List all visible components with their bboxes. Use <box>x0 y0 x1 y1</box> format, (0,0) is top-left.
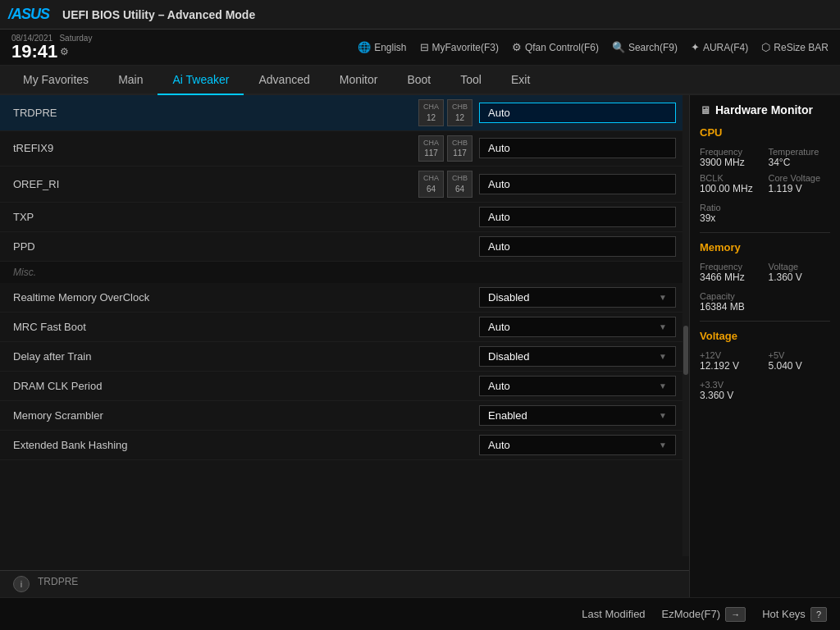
value-input-ppd[interactable]: Auto <box>479 236 676 257</box>
scrollbar-thumb[interactable] <box>683 326 688 375</box>
setting-value-trefix9[interactable]: Auto <box>479 138 676 158</box>
value-dropdown-ebh[interactable]: Auto▼ <box>479 435 676 455</box>
setting-value-dcp[interactable]: Auto▼ <box>479 376 676 396</box>
datetime: 08/14/2021 Saturday 19:41 ⚙ <box>11 34 92 61</box>
value-dropdown-dat[interactable]: Disabled▼ <box>479 346 676 367</box>
setting-value-ppd[interactable]: Auto <box>479 236 676 257</box>
last-modified-label: Last Modified <box>582 608 645 620</box>
qfan-icon: ⚙ <box>512 41 522 53</box>
setting-channels-trdpre: CHA12 CHB12 <box>418 99 472 126</box>
aura-button[interactable]: ✦ AURA(F4) <box>691 41 748 53</box>
search-label: Search(F9) <box>628 42 678 53</box>
setting-row-ppd[interactable]: PPD Auto <box>0 232 689 262</box>
setting-row-ms[interactable]: Memory Scrambler Enabled▼ <box>0 401 689 431</box>
setting-row-dcp[interactable]: DRAM CLK Period Auto▼ <box>0 372 689 401</box>
v12-label: +12V 12.192 V <box>700 350 762 372</box>
setting-value-ebh[interactable]: Auto▼ <box>479 435 676 455</box>
setting-name-dcp: DRAM CLK Period <box>13 380 479 392</box>
nav-ai-tweaker[interactable]: Ai Tweaker <box>158 66 244 95</box>
setting-value-txp[interactable]: Auto <box>479 207 676 227</box>
channel-cha-trefix9: CHA117 <box>418 135 444 162</box>
language-label: English <box>374 42 406 53</box>
aura-label: AURA(F4) <box>703 42 748 53</box>
v5-label: +5V 5.040 V <box>769 350 831 372</box>
setting-row-trefix9[interactable]: tREFIX9 CHA117 CHB117 Auto <box>0 131 689 167</box>
setting-row-txp[interactable]: TXP Auto <box>0 203 689 232</box>
setting-name-rmo: Realtime Memory OverClock <box>13 291 479 304</box>
value-dropdown-mrc[interactable]: Auto▼ <box>479 317 676 337</box>
setting-row-dat[interactable]: Delay after Train Disabled▼ <box>0 342 689 372</box>
last-modified-button[interactable]: Last Modified <box>582 608 645 620</box>
info-bar: i TRDPRE <box>0 570 689 597</box>
cpu-temp-label: Temperature 34°C <box>769 147 831 168</box>
cpu-voltage-label: Core Voltage 1.119 V <box>769 173 831 194</box>
setting-value-ms[interactable]: Enabled▼ <box>479 405 676 426</box>
memory-stats-grid: Frequency 3466 MHz Voltage 1.360 V <box>700 262 830 283</box>
ez-mode-arrow-icon: → <box>725 607 746 622</box>
setting-row-mrc[interactable]: MRC Fast Boot Auto▼ <box>0 313 689 342</box>
nav-advanced[interactable]: Advanced <box>244 66 324 95</box>
globe-icon: 🌐 <box>358 41 371 53</box>
nav-my-favorites[interactable]: My Favorites <box>8 66 103 95</box>
setting-value-dat[interactable]: Disabled▼ <box>479 346 676 367</box>
setting-value-mrc[interactable]: Auto▼ <box>479 317 676 337</box>
header-bar: 08/14/2021 Saturday 19:41 ⚙ 🌐 English ⊟ … <box>0 30 840 66</box>
aura-icon: ✦ <box>691 41 700 53</box>
bottom-bar: Last Modified EzMode(F7) → Hot Keys ? <box>0 597 840 630</box>
monitor-icon: 🖥 <box>700 104 710 116</box>
setting-row-ebh[interactable]: Extended Bank Hashing Auto▼ <box>0 431 689 460</box>
header-tools: 🌐 English ⊟ MyFavorite(F3) ⚙ Qfan Contro… <box>358 41 829 53</box>
setting-value-rmo[interactable]: Disabled▼ <box>479 287 676 308</box>
value-input-trefix9[interactable]: Auto <box>479 138 676 158</box>
resize-icon: ⬡ <box>761 41 770 53</box>
value-input-oref-ri[interactable]: Auto <box>479 174 676 194</box>
cpu-stats-grid: Frequency 3900 MHz Temperature 34°C BCLK… <box>700 147 830 194</box>
hw-section-cpu: CPU <box>700 126 830 140</box>
nav-main[interactable]: Main <box>103 66 158 95</box>
v33-item: +3.3V 3.360 V <box>700 380 830 401</box>
nav-exit[interactable]: Exit <box>496 66 545 95</box>
cpu-divider <box>700 232 830 233</box>
mem-voltage-label: Voltage 1.360 V <box>769 262 831 283</box>
setting-name-mrc: MRC Fast Boot <box>13 321 479 333</box>
main-content: TRDPRE CHA12 CHB12 Auto tREFIX9 CHA117 <box>0 95 840 597</box>
setting-row-rmo[interactable]: Realtime Memory OverClock Disabled▼ <box>0 283 689 313</box>
hw-monitor-title: 🖥 Hardware Monitor <box>700 103 830 116</box>
setting-channels-oref-ri: CHA64 CHB64 <box>418 171 472 198</box>
language-selector[interactable]: 🌐 English <box>358 41 406 53</box>
nav-tool[interactable]: Tool <box>445 66 496 95</box>
scrollbar-track[interactable] <box>682 95 689 556</box>
value-dropdown-ms[interactable]: Enabled▼ <box>479 405 676 426</box>
cpu-ratio-item: Ratio 39x <box>700 203 830 224</box>
asus-logo: /ASUS <box>8 6 49 23</box>
channel-chb-trdpre: CHB12 <box>447 99 472 126</box>
value-input-trdpre[interactable]: Auto <box>479 103 676 123</box>
channel-cha-trdpre: CHA12 <box>418 99 444 126</box>
setting-value-trdpre[interactable]: Auto <box>479 103 676 123</box>
setting-name-oref-ri: OREF_RI <box>13 178 418 190</box>
hot-keys-label: Hot Keys <box>762 608 806 620</box>
myfavorite-button[interactable]: ⊟ MyFavorite(F3) <box>420 41 499 53</box>
resize-label: ReSize BAR <box>774 42 829 53</box>
nav-boot[interactable]: Boot <box>392 66 445 95</box>
search-button[interactable]: 🔍 Search(F9) <box>612 41 678 53</box>
hot-keys-button[interactable]: Hot Keys ? <box>762 607 827 622</box>
setting-row-trdpre[interactable]: TRDPRE CHA12 CHB12 Auto <box>0 95 689 131</box>
resize-bar-button[interactable]: ⬡ ReSize BAR <box>761 41 829 53</box>
ez-mode-button[interactable]: EzMode(F7) → <box>662 607 746 622</box>
nav-monitor[interactable]: Monitor <box>325 66 393 95</box>
qfan-button[interactable]: ⚙ Qfan Control(F6) <box>512 41 599 53</box>
setting-name-ppd: PPD <box>13 240 472 253</box>
value-input-txp[interactable]: Auto <box>479 207 676 227</box>
time-display: 19:41 <box>11 43 57 61</box>
settings-gear-icon[interactable]: ⚙ <box>60 46 69 57</box>
myfavorite-label: MyFavorite(F3) <box>432 42 499 53</box>
hot-keys-icon: ? <box>810 607 827 622</box>
value-dropdown-rmo[interactable]: Disabled▼ <box>479 287 676 308</box>
setting-name-ebh: Extended Bank Hashing <box>13 439 479 451</box>
top-bar: /ASUS UEFI BIOS Utility – Advanced Mode <box>0 0 840 30</box>
value-dropdown-dcp[interactable]: Auto▼ <box>479 376 676 396</box>
setting-name-trdpre: TRDPRE <box>13 107 418 119</box>
setting-value-oref-ri[interactable]: Auto <box>479 174 676 194</box>
setting-row-oref-ri[interactable]: OREF_RI CHA64 CHB64 Auto <box>0 167 689 203</box>
